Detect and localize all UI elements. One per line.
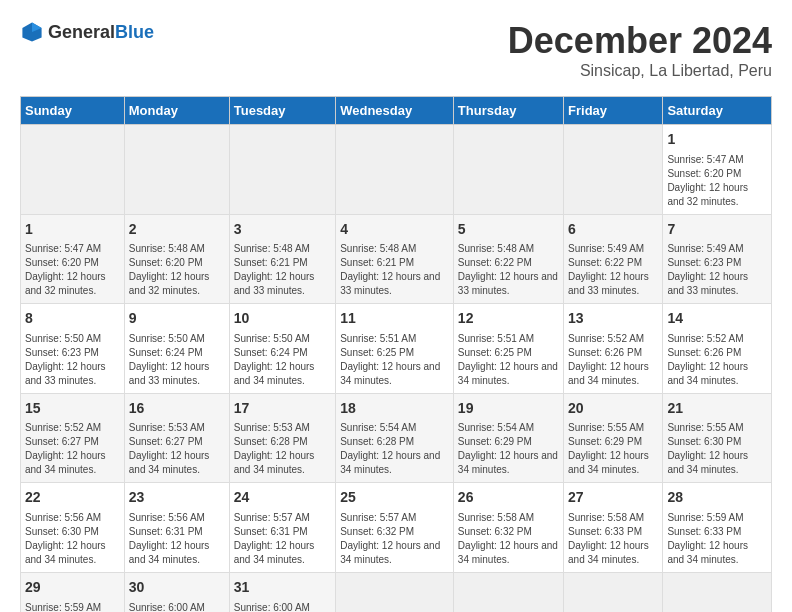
header-thursday: Thursday	[453, 97, 563, 125]
day-info: Sunrise: 5:50 AMSunset: 6:23 PMDaylight:…	[25, 332, 120, 388]
day-info: Sunrise: 5:48 AMSunset: 6:21 PMDaylight:…	[234, 242, 331, 298]
day-info: Sunrise: 5:54 AMSunset: 6:28 PMDaylight:…	[340, 421, 449, 477]
calendar-cell	[453, 572, 563, 612]
day-number: 23	[129, 488, 225, 508]
day-number: 5	[458, 220, 559, 240]
day-info: Sunrise: 6:00 AMSunset: 6:34 PMDaylight:…	[129, 601, 225, 612]
day-info: Sunrise: 5:48 AMSunset: 6:21 PMDaylight:…	[340, 242, 449, 298]
day-info: Sunrise: 5:48 AMSunset: 6:22 PMDaylight:…	[458, 242, 559, 298]
day-info: Sunrise: 5:51 AMSunset: 6:25 PMDaylight:…	[458, 332, 559, 388]
day-number: 2	[129, 220, 225, 240]
calendar-cell: 31Sunrise: 6:00 AMSunset: 6:35 PMDayligh…	[229, 572, 335, 612]
header-sunday: Sunday	[21, 97, 125, 125]
day-number: 1	[25, 220, 120, 240]
header-monday: Monday	[124, 97, 229, 125]
day-info: Sunrise: 5:59 AMSunset: 6:33 PMDaylight:…	[667, 511, 767, 567]
day-info: Sunrise: 5:59 AMSunset: 6:34 PMDaylight:…	[25, 601, 120, 612]
day-info: Sunrise: 5:50 AMSunset: 6:24 PMDaylight:…	[129, 332, 225, 388]
day-number: 7	[667, 220, 767, 240]
calendar-cell	[663, 572, 772, 612]
day-number: 22	[25, 488, 120, 508]
calendar-cell: 3Sunrise: 5:48 AMSunset: 6:21 PMDaylight…	[229, 214, 335, 304]
calendar-cell: 27Sunrise: 5:58 AMSunset: 6:33 PMDayligh…	[564, 483, 663, 573]
calendar-cell: 22Sunrise: 5:56 AMSunset: 6:30 PMDayligh…	[21, 483, 125, 573]
day-info: Sunrise: 5:52 AMSunset: 6:27 PMDaylight:…	[25, 421, 120, 477]
calendar-cell: 21Sunrise: 5:55 AMSunset: 6:30 PMDayligh…	[663, 393, 772, 483]
calendar-cell	[453, 125, 563, 215]
day-info: Sunrise: 5:53 AMSunset: 6:28 PMDaylight:…	[234, 421, 331, 477]
calendar-cell: 7Sunrise: 5:49 AMSunset: 6:23 PMDaylight…	[663, 214, 772, 304]
day-number: 13	[568, 309, 658, 329]
calendar-cell: 15Sunrise: 5:52 AMSunset: 6:27 PMDayligh…	[21, 393, 125, 483]
header-friday: Friday	[564, 97, 663, 125]
day-number: 12	[458, 309, 559, 329]
day-info: Sunrise: 6:00 AMSunset: 6:35 PMDaylight:…	[234, 601, 331, 612]
day-info: Sunrise: 5:56 AMSunset: 6:31 PMDaylight:…	[129, 511, 225, 567]
day-info: Sunrise: 5:51 AMSunset: 6:25 PMDaylight:…	[340, 332, 449, 388]
day-number: 29	[25, 578, 120, 598]
day-number: 19	[458, 399, 559, 419]
day-number: 30	[129, 578, 225, 598]
calendar-cell: 19Sunrise: 5:54 AMSunset: 6:29 PMDayligh…	[453, 393, 563, 483]
day-info: Sunrise: 5:57 AMSunset: 6:32 PMDaylight:…	[340, 511, 449, 567]
calendar-table: Sunday Monday Tuesday Wednesday Thursday…	[20, 96, 772, 612]
calendar-cell: 29Sunrise: 5:59 AMSunset: 6:34 PMDayligh…	[21, 572, 125, 612]
calendar-week-4: 22Sunrise: 5:56 AMSunset: 6:30 PMDayligh…	[21, 483, 772, 573]
day-number: 1	[667, 130, 767, 150]
title-section: December 2024 Sinsicap, La Libertad, Per…	[508, 20, 772, 80]
day-info: Sunrise: 5:49 AMSunset: 6:22 PMDaylight:…	[568, 242, 658, 298]
day-number: 24	[234, 488, 331, 508]
day-number: 10	[234, 309, 331, 329]
calendar-cell	[336, 572, 454, 612]
day-number: 16	[129, 399, 225, 419]
calendar-week-1: 1Sunrise: 5:47 AMSunset: 6:20 PMDaylight…	[21, 214, 772, 304]
calendar-cell: 26Sunrise: 5:58 AMSunset: 6:32 PMDayligh…	[453, 483, 563, 573]
day-info: Sunrise: 5:50 AMSunset: 6:24 PMDaylight:…	[234, 332, 331, 388]
main-title: December 2024	[508, 20, 772, 62]
day-info: Sunrise: 5:58 AMSunset: 6:32 PMDaylight:…	[458, 511, 559, 567]
day-number: 31	[234, 578, 331, 598]
logo-text: GeneralBlue	[48, 22, 154, 43]
calendar-cell: 10Sunrise: 5:50 AMSunset: 6:24 PMDayligh…	[229, 304, 335, 394]
calendar-cell: 1Sunrise: 5:47 AMSunset: 6:20 PMDaylight…	[21, 214, 125, 304]
day-number: 8	[25, 309, 120, 329]
day-number: 3	[234, 220, 331, 240]
day-info: Sunrise: 5:49 AMSunset: 6:23 PMDaylight:…	[667, 242, 767, 298]
calendar-cell: 20Sunrise: 5:55 AMSunset: 6:29 PMDayligh…	[564, 393, 663, 483]
calendar-cell: 25Sunrise: 5:57 AMSunset: 6:32 PMDayligh…	[336, 483, 454, 573]
logo-icon	[20, 20, 44, 44]
day-info: Sunrise: 5:53 AMSunset: 6:27 PMDaylight:…	[129, 421, 225, 477]
calendar-cell	[229, 125, 335, 215]
calendar-cell: 1Sunrise: 5:47 AMSunset: 6:20 PMDaylight…	[663, 125, 772, 215]
calendar-cell: 2Sunrise: 5:48 AMSunset: 6:20 PMDaylight…	[124, 214, 229, 304]
header: GeneralBlue December 2024 Sinsicap, La L…	[20, 20, 772, 80]
day-number: 26	[458, 488, 559, 508]
calendar-cell	[124, 125, 229, 215]
calendar-cell: 13Sunrise: 5:52 AMSunset: 6:26 PMDayligh…	[564, 304, 663, 394]
day-number: 21	[667, 399, 767, 419]
calendar-cell: 17Sunrise: 5:53 AMSunset: 6:28 PMDayligh…	[229, 393, 335, 483]
day-info: Sunrise: 5:58 AMSunset: 6:33 PMDaylight:…	[568, 511, 658, 567]
calendar-body: 1Sunrise: 5:47 AMSunset: 6:20 PMDaylight…	[21, 125, 772, 613]
header-tuesday: Tuesday	[229, 97, 335, 125]
calendar-cell	[21, 125, 125, 215]
day-info: Sunrise: 5:52 AMSunset: 6:26 PMDaylight:…	[568, 332, 658, 388]
calendar-cell: 6Sunrise: 5:49 AMSunset: 6:22 PMDaylight…	[564, 214, 663, 304]
day-number: 17	[234, 399, 331, 419]
calendar-cell: 4Sunrise: 5:48 AMSunset: 6:21 PMDaylight…	[336, 214, 454, 304]
calendar-cell: 5Sunrise: 5:48 AMSunset: 6:22 PMDaylight…	[453, 214, 563, 304]
header-saturday: Saturday	[663, 97, 772, 125]
logo: GeneralBlue	[20, 20, 154, 44]
day-number: 18	[340, 399, 449, 419]
day-info: Sunrise: 5:55 AMSunset: 6:30 PMDaylight:…	[667, 421, 767, 477]
day-number: 25	[340, 488, 449, 508]
day-number: 11	[340, 309, 449, 329]
day-info: Sunrise: 5:47 AMSunset: 6:20 PMDaylight:…	[25, 242, 120, 298]
logo-blue: Blue	[115, 22, 154, 42]
calendar-cell: 16Sunrise: 5:53 AMSunset: 6:27 PMDayligh…	[124, 393, 229, 483]
calendar-week-3: 15Sunrise: 5:52 AMSunset: 6:27 PMDayligh…	[21, 393, 772, 483]
day-info: Sunrise: 5:56 AMSunset: 6:30 PMDaylight:…	[25, 511, 120, 567]
calendar-cell: 14Sunrise: 5:52 AMSunset: 6:26 PMDayligh…	[663, 304, 772, 394]
calendar-header: Sunday Monday Tuesday Wednesday Thursday…	[21, 97, 772, 125]
calendar-week-2: 8Sunrise: 5:50 AMSunset: 6:23 PMDaylight…	[21, 304, 772, 394]
